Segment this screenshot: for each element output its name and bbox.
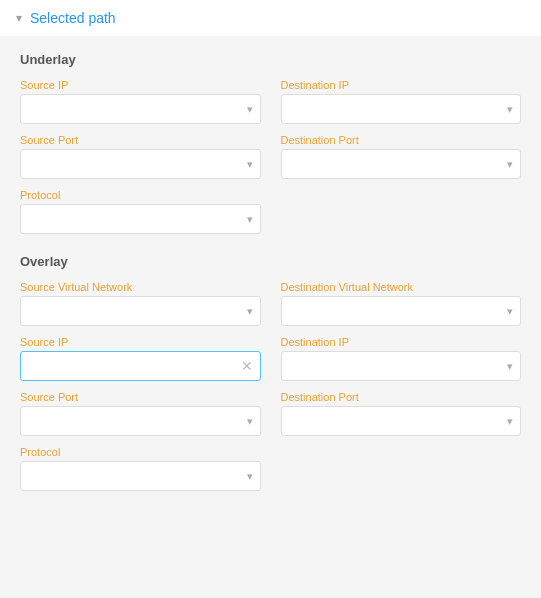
underlay-source-ip-group: Source IP — [20, 79, 261, 124]
overlay-source-virtual-network-wrapper — [20, 296, 261, 326]
overlay-source-port-group: Source Port — [20, 391, 261, 436]
underlay-destination-ip-wrapper — [281, 94, 522, 124]
underlay-destination-port-group: Destination Port — [281, 134, 522, 179]
underlay-protocol-wrapper — [20, 204, 261, 234]
underlay-source-port-wrapper — [20, 149, 261, 179]
overlay-source-ip-input-wrapper: ✕ — [20, 351, 261, 381]
overlay-source-virtual-network-label: Source Virtual Network — [20, 281, 261, 293]
overlay-protocol-group: Protocol — [20, 446, 261, 491]
header-title: Selected path — [30, 10, 116, 26]
page-container: ▾ Selected path Underlay Source IP — [0, 0, 541, 598]
overlay-destination-port-select[interactable] — [281, 406, 522, 436]
underlay-protocol-select[interactable] — [20, 204, 261, 234]
underlay-form-grid: Source IP Destination IP — [20, 79, 521, 234]
underlay-protocol-group: Protocol — [20, 189, 261, 234]
overlay-protocol-select[interactable] — [20, 461, 261, 491]
overlay-destination-virtual-network-select[interactable] — [281, 296, 522, 326]
overlay-protocol-wrapper — [20, 461, 261, 491]
overlay-section: Overlay Source Virtual Network Destinati… — [20, 254, 521, 491]
overlay-source-ip-clear-icon[interactable]: ✕ — [241, 359, 253, 373]
overlay-source-ip-group: Source IP ✕ — [20, 336, 261, 381]
overlay-source-port-select[interactable] — [20, 406, 261, 436]
overlay-destination-ip-group: Destination IP — [281, 336, 522, 381]
collapse-chevron-icon[interactable]: ▾ — [16, 11, 22, 25]
overlay-source-virtual-network-group: Source Virtual Network — [20, 281, 261, 326]
overlay-form-grid: Source Virtual Network Destination Virtu… — [20, 281, 521, 491]
overlay-destination-ip-label: Destination IP — [281, 336, 522, 348]
underlay-destination-ip-group: Destination IP — [281, 79, 522, 124]
underlay-source-ip-wrapper — [20, 94, 261, 124]
underlay-destination-port-label: Destination Port — [281, 134, 522, 146]
overlay-source-ip-label: Source IP — [20, 336, 261, 348]
underlay-destination-ip-select[interactable] — [281, 94, 522, 124]
overlay-destination-virtual-network-group: Destination Virtual Network — [281, 281, 522, 326]
header-title-static: Selected — [30, 10, 88, 26]
overlay-destination-port-group: Destination Port — [281, 391, 522, 436]
overlay-protocol-label: Protocol — [20, 446, 261, 458]
overlay-destination-port-label: Destination Port — [281, 391, 522, 403]
overlay-destination-port-wrapper — [281, 406, 522, 436]
content-area: Underlay Source IP Destination IP — [0, 36, 541, 598]
overlay-source-port-wrapper — [20, 406, 261, 436]
underlay-source-port-label: Source Port — [20, 134, 261, 146]
overlay-source-virtual-network-select[interactable] — [20, 296, 261, 326]
overlay-destination-ip-select[interactable] — [281, 351, 522, 381]
underlay-destination-port-wrapper — [281, 149, 522, 179]
underlay-source-ip-label: Source IP — [20, 79, 261, 91]
underlay-protocol-label: Protocol — [20, 189, 261, 201]
underlay-section: Underlay Source IP Destination IP — [20, 52, 521, 234]
underlay-destination-port-select[interactable] — [281, 149, 522, 179]
header: ▾ Selected path — [0, 0, 541, 36]
overlay-destination-virtual-network-wrapper — [281, 296, 522, 326]
underlay-source-ip-select[interactable] — [20, 94, 261, 124]
overlay-destination-virtual-network-label: Destination Virtual Network — [281, 281, 522, 293]
underlay-destination-ip-label: Destination IP — [281, 79, 522, 91]
overlay-section-title: Overlay — [20, 254, 521, 269]
underlay-source-port-select[interactable] — [20, 149, 261, 179]
underlay-section-title: Underlay — [20, 52, 521, 67]
header-title-highlight: path — [88, 10, 115, 26]
overlay-destination-ip-wrapper — [281, 351, 522, 381]
underlay-source-port-group: Source Port — [20, 134, 261, 179]
overlay-source-ip-input[interactable] — [20, 351, 261, 381]
overlay-source-port-label: Source Port — [20, 391, 261, 403]
